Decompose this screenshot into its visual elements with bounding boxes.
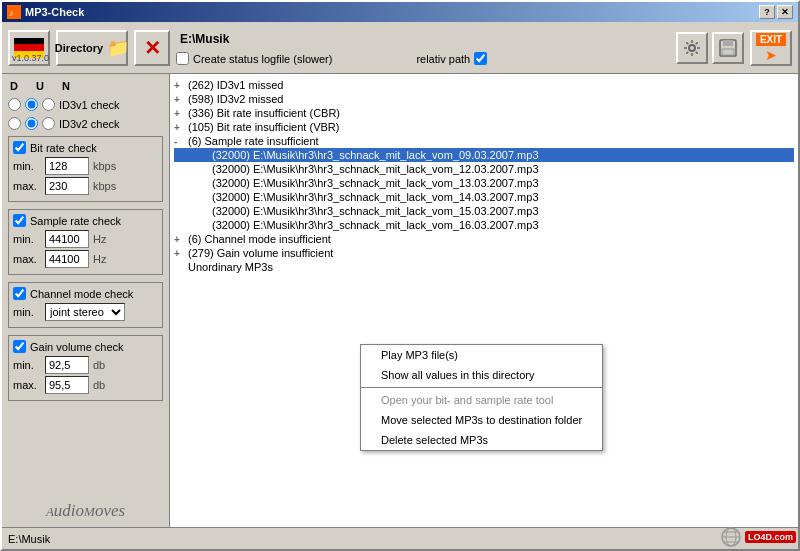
samplerate-min-unit: Hz <box>93 233 106 245</box>
samplerate-max-input[interactable] <box>45 250 89 268</box>
samplerate-checkbox[interactable] <box>13 214 26 227</box>
gainvolume-max-unit: db <box>93 379 105 391</box>
statusbar-right: 2886 LO4D.com <box>768 533 792 545</box>
left-panel: D U N ID3v1 check ID3v <box>2 74 170 527</box>
status-path: E:\Musik <box>8 533 50 545</box>
ctx-delete-mp3s[interactable]: Delete selected MP3s <box>361 430 602 450</box>
id3v2-radios <box>8 117 55 130</box>
expand-icon <box>174 178 186 189</box>
directory-button[interactable]: Directory 📁 <box>56 30 128 66</box>
exit-label: EXIT <box>756 33 786 46</box>
tree-item[interactable]: + (598) ID3v2 missed <box>174 92 794 106</box>
tree-item-label: (32000) E:\Musik\hr3\hr3_schnack_mit_lac… <box>212 149 539 161</box>
tree-item[interactable]: + (336) Bit rate insufficient (CBR) <box>174 106 794 120</box>
tree-item[interactable]: + (279) Gain volume insufficient <box>174 246 794 260</box>
expand-icon: + <box>174 234 186 245</box>
d-label: D <box>10 80 18 92</box>
bitrate-min-input[interactable] <box>45 157 89 175</box>
cancel-button[interactable]: ✕ <box>134 30 170 66</box>
tree-item-label: (336) Bit rate insufficient (CBR) <box>188 107 340 119</box>
lo4d-watermark: LO4D.com <box>719 527 796 547</box>
directory-label: Directory <box>55 42 103 54</box>
save-button[interactable] <box>712 32 744 64</box>
channelmode-checkbox[interactable] <box>13 287 26 300</box>
path-area: E:\Musik Create status logfile (slower) … <box>176 30 670 65</box>
id3v2-d-radio[interactable] <box>8 117 21 130</box>
titlebar-buttons: ? ✕ <box>759 5 793 19</box>
bitrate-section: Bit rate check min. kbps max. kbps <box>8 136 163 202</box>
tree-item-label: (32000) E:\Musik\hr3\hr3_schnack_mit_lac… <box>212 205 539 217</box>
channelmode-title-row: Channel mode check <box>13 287 158 300</box>
ctx-open-tool: Open your bit- and sample rate tool <box>361 390 602 410</box>
expand-icon <box>174 164 186 175</box>
ctx-separator <box>361 387 602 388</box>
relpath-checkbox[interactable] <box>474 52 487 65</box>
expand-icon <box>174 220 186 231</box>
tree-item[interactable]: (32000) E:\Musik\hr3\hr3_schnack_mit_lac… <box>174 162 794 176</box>
gear-icon <box>682 38 702 58</box>
id3v2-n-radio[interactable] <box>42 117 55 130</box>
channelmode-select[interactable]: joint stereo stereo mono <box>45 303 125 321</box>
channelmode-label: Channel mode check <box>30 288 133 300</box>
ctx-show-all-values[interactable]: Show all values in this directory <box>361 365 602 385</box>
tree-item-label: Unordinary MP3s <box>188 261 273 273</box>
tree-item-label: (32000) E:\Musik\hr3\hr3_schnack_mit_lac… <box>212 163 539 175</box>
tree-item[interactable]: Unordinary MP3s <box>174 260 794 274</box>
gainvolume-max-input[interactable] <box>45 376 89 394</box>
gainvolume-checkbox[interactable] <box>13 340 26 353</box>
samplerate-max-label: max. <box>13 253 41 265</box>
bitrate-checkbox[interactable] <box>13 141 26 154</box>
logfile-checkbox[interactable] <box>176 52 189 65</box>
right-panel: + (262) ID3v1 missed + (598) ID3v2 misse… <box>170 74 798 527</box>
channelmode-section: Channel mode check min. joint stereo ste… <box>8 282 163 328</box>
bitrate-title-row: Bit rate check <box>13 141 158 154</box>
id3v1-n-radio[interactable] <box>42 98 55 111</box>
tree-item[interactable]: - (6) Sample rate insufficient <box>174 134 794 148</box>
tree-item[interactable]: (32000) E:\Musik\hr3\hr3_schnack_mit_lac… <box>174 176 794 190</box>
n-label: N <box>62 80 70 92</box>
cancel-icon: ✕ <box>144 36 161 60</box>
id3v2-u-radio[interactable] <box>25 117 38 130</box>
version-label: v1.0.37.0 <box>12 53 46 63</box>
tree-item[interactable]: (32000) E:\Musik\hr3\hr3_schnack_mit_lac… <box>174 190 794 204</box>
samplerate-min-row: min. Hz <box>13 230 158 248</box>
svg-text:♪: ♪ <box>9 8 14 18</box>
tree-item-label: (279) Gain volume insufficient <box>188 247 333 259</box>
bitrate-max-input[interactable] <box>45 177 89 195</box>
expand-icon: - <box>174 136 186 147</box>
tree-item-label: (32000) E:\Musik\hr3\hr3_schnack_mit_lac… <box>212 219 539 231</box>
gainvolume-min-input[interactable] <box>45 356 89 374</box>
expand-icon: + <box>174 122 186 133</box>
svg-point-2 <box>689 45 695 51</box>
exit-button[interactable]: EXIT ➤ <box>750 30 792 66</box>
language-button[interactable]: v1.0.37.0 <box>8 30 50 66</box>
bitrate-max-unit: kbps <box>93 180 116 192</box>
brand-label: AudioMoves <box>8 492 163 521</box>
folder-icon: 📁 <box>107 37 129 59</box>
gainvolume-section: Gain volume check min. db max. db <box>8 335 163 401</box>
close-button[interactable]: ✕ <box>777 5 793 19</box>
gainvolume-label: Gain volume check <box>30 341 124 353</box>
samplerate-min-input[interactable] <box>45 230 89 248</box>
ctx-move-mp3s[interactable]: Move selected MP3s to destination folder <box>361 410 602 430</box>
tree-item[interactable]: + (105) Bit rate insufficient (VBR) <box>174 120 794 134</box>
tree-item[interactable]: (32000) E:\Musik\hr3\hr3_schnack_mit_lac… <box>174 218 794 232</box>
tree-item[interactable]: + (6) Channel mode insufficient <box>174 232 794 246</box>
ctx-play-mp3[interactable]: Play MP3 file(s) <box>361 345 602 365</box>
window-title: MP3-Check <box>25 6 84 18</box>
id3v1-u-radio[interactable] <box>25 98 38 111</box>
tree-item[interactable]: + (262) ID3v1 missed <box>174 78 794 92</box>
help-button[interactable]: ? <box>759 5 775 19</box>
settings-button[interactable] <box>676 32 708 64</box>
logfile-label: Create status logfile (slower) <box>193 53 332 65</box>
id3v1-d-radio[interactable] <box>8 98 21 111</box>
samplerate-min-label: min. <box>13 233 41 245</box>
tree-item-label: (105) Bit rate insufficient (VBR) <box>188 121 339 133</box>
statusbar: E:\Musik 2886 LO4D.com <box>2 527 798 549</box>
expand-icon: + <box>174 80 186 91</box>
context-menu: Play MP3 file(s) Show all values in this… <box>360 344 603 451</box>
expand-icon <box>174 262 186 273</box>
gainvolume-min-unit: db <box>93 359 105 371</box>
tree-item[interactable]: (32000) E:\Musik\hr3\hr3_schnack_mit_lac… <box>174 204 794 218</box>
tree-item[interactable]: (32000) E:\Musik\hr3\hr3_schnack_mit_lac… <box>174 148 794 162</box>
